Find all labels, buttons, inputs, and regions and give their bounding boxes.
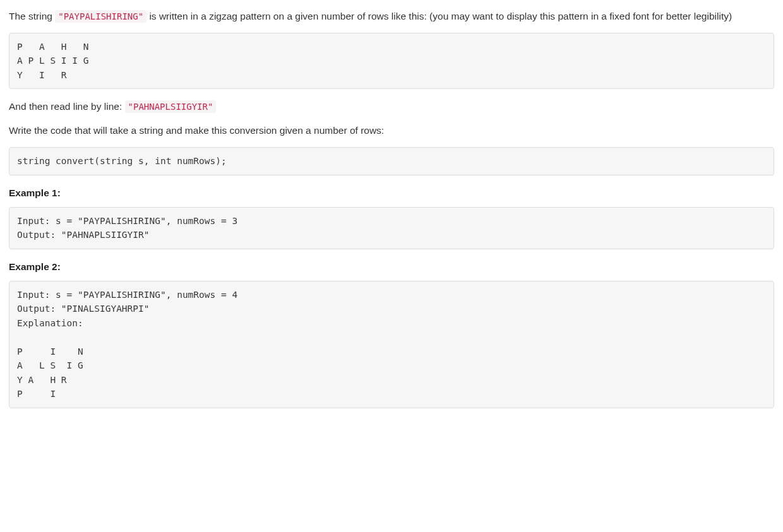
intro-text-before: The string bbox=[9, 11, 55, 21]
example-2-title: Example 2: bbox=[9, 259, 774, 275]
example-1-block: Input: s = "PAYPALISHIRING", numRows = 3… bbox=[9, 207, 774, 249]
function-signature-block: string convert(string s, int numRows); bbox=[9, 147, 774, 175]
read-line-inline-code: "PAHNAPLSIIGYIR" bbox=[125, 100, 217, 113]
read-line-paragraph: And then read line by line: "PAHNAPLSIIG… bbox=[9, 99, 774, 114]
example-2-block: Input: s = "PAYPALISHIRING", numRows = 4… bbox=[9, 281, 774, 408]
example-1-title: Example 1: bbox=[9, 186, 774, 201]
intro-text-after: is written in a zigzag pattern on a give… bbox=[149, 11, 732, 21]
instruction-paragraph: Write the code that will take a string a… bbox=[9, 123, 774, 138]
zigzag-pattern-block: P A H N A P L S I I G Y I R bbox=[9, 33, 774, 89]
intro-inline-code: "PAYPALISHIRING" bbox=[55, 10, 146, 23]
intro-paragraph: The string "PAYPALISHIRING" is written i… bbox=[9, 9, 774, 24]
read-line-before: And then read line by line: bbox=[9, 101, 125, 112]
